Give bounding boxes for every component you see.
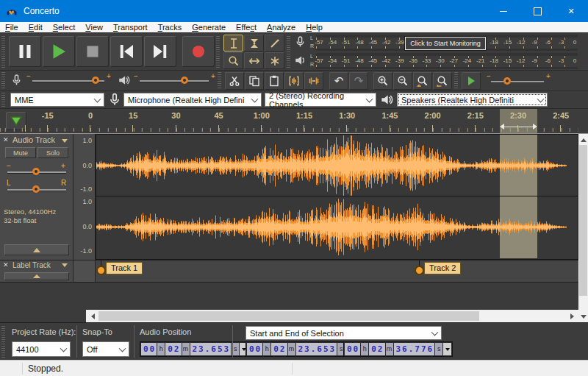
stop-button[interactable] [76, 36, 109, 67]
ruler-label: -15 [42, 111, 54, 120]
undo-icon: ↶ [334, 76, 344, 87]
multi-tool-button[interactable] [265, 52, 284, 69]
waveform-channel-left[interactable] [96, 135, 578, 196]
zoom-fit-button[interactable] [433, 72, 452, 90]
time-shift-tool-button[interactable] [244, 52, 264, 69]
mute-button[interactable]: Mute [5, 147, 36, 158]
snap-to-select[interactable]: Off [82, 341, 129, 357]
ruler-label: 15 [129, 111, 137, 120]
playback-device-select[interactable]: Speakers (Realtek High Definiti [397, 93, 548, 107]
scroll-right-arrow[interactable] [567, 310, 577, 322]
horizontal-scrollbar[interactable] [86, 310, 578, 322]
title-bar[interactable]: Concerto ✕ [0, 0, 588, 22]
play-speed-toolbar-grip[interactable] [454, 72, 458, 88]
transport-toolbar-grip[interactable] [1, 35, 5, 68]
play-at-speed-button[interactable] [462, 72, 481, 90]
zoom-in-button[interactable] [373, 72, 392, 90]
play-speed-slider[interactable] [491, 81, 544, 82]
trim-audio-button[interactable] [284, 72, 304, 90]
audio-track-menu-icon[interactable] [62, 139, 68, 143]
menu-view[interactable]: View [80, 22, 108, 33]
ruler-label: 2:30 [510, 111, 526, 120]
playback-meter[interactable]: LR-57-54-51-48-45-42-39-36-33-30-27-24-2… [291, 52, 579, 70]
audio-track-title[interactable]: Audio Track [12, 135, 55, 144]
vertical-scrollbar[interactable] [578, 134, 588, 322]
vertical-scale-ruler[interactable]: 1.00.0-1.01.00.0-1.0 [74, 134, 96, 260]
meter-scale-value: -3 [559, 39, 564, 46]
scroll-down-arrow[interactable] [578, 312, 588, 321]
time-digits[interactable]: 23.653 [296, 343, 337, 355]
draw-tool-button[interactable] [265, 35, 284, 52]
selection-start-field[interactable]: 00h02m23.653s [245, 341, 355, 357]
device-toolbar-grip[interactable] [1, 92, 5, 107]
waveform-channel-right[interactable] [96, 196, 578, 258]
play-speed-thumb[interactable] [503, 77, 511, 85]
time-digits[interactable]: 02 [165, 343, 181, 355]
selection-mode-select[interactable]: Start and End of Selection [245, 326, 442, 340]
selection-toolbar-grip[interactable] [1, 325, 5, 358]
time-digits[interactable]: 00 [141, 343, 157, 355]
solo-button[interactable]: Solo [37, 147, 68, 158]
time-digits[interactable]: 36.776 [394, 343, 435, 355]
mixer-toolbar-grip[interactable] [1, 72, 5, 88]
copy-button[interactable] [245, 72, 264, 90]
cut-button[interactable] [225, 72, 244, 90]
project-rate-select[interactable]: 44100 [12, 341, 71, 357]
gain-slider-thumb[interactable] [32, 168, 40, 175]
label-text-box[interactable]: Track 1 [106, 262, 143, 274]
time-digits[interactable]: 02 [369, 343, 384, 355]
paste-button[interactable] [265, 72, 284, 90]
time-digits[interactable]: 02 [271, 343, 287, 355]
audio-host-select[interactable]: MME [10, 93, 104, 107]
menu-generate[interactable]: Generate [187, 22, 231, 33]
horizontal-scrollbar-thumb[interactable] [98, 311, 479, 321]
silence-audio-button[interactable] [304, 72, 323, 90]
zoom-tool-button[interactable] [223, 52, 243, 69]
skip-start-button[interactable] [110, 36, 143, 67]
zoom-selection-button[interactable] [413, 72, 432, 90]
meter-scale-value: -15 [503, 39, 512, 46]
time-digits[interactable]: 23.653 [190, 343, 232, 355]
menu-file[interactable]: File [0, 22, 24, 33]
menu-select[interactable]: Select [48, 22, 81, 33]
pause-button[interactable] [9, 36, 41, 67]
vertical-scrollbar-thumb[interactable] [579, 145, 587, 296]
tools-toolbar-grip[interactable] [216, 35, 220, 68]
record-button[interactable] [182, 36, 215, 67]
play-button[interactable] [43, 36, 75, 67]
envelope-tool-button[interactable] [244, 35, 264, 52]
menu-analyze[interactable]: Analyze [262, 22, 301, 33]
label-text-box[interactable]: Track 2 [424, 262, 461, 274]
scroll-left-arrow[interactable] [87, 310, 98, 322]
label-flag-icon[interactable] [96, 266, 106, 275]
skip-end-button[interactable] [144, 36, 176, 67]
time-field-spinner[interactable] [443, 343, 451, 355]
redo-button[interactable]: ↷ [349, 72, 368, 90]
meter-scale-value: -18 [490, 39, 498, 46]
audio-track-collapse-button[interactable] [4, 244, 69, 255]
close-button[interactable]: ✕ [554, 0, 588, 22]
time-digits[interactable]: 00 [345, 343, 360, 355]
playback-volume-slider[interactable] [140, 80, 209, 82]
menu-effect[interactable]: Effect [231, 22, 262, 33]
meter-toolbar-grip[interactable] [287, 35, 290, 68]
selection-tool-button[interactable] [223, 35, 243, 52]
label-flag-icon[interactable] [415, 266, 424, 275]
audio-track-close-icon[interactable]: ✕ [3, 136, 9, 143]
menu-tracks[interactable]: Tracks [153, 22, 187, 33]
menu-edit[interactable]: Edit [24, 22, 48, 33]
maximize-button[interactable] [520, 0, 554, 22]
undo-button[interactable]: ↶ [329, 72, 348, 90]
recording-device-select[interactable]: Microphone (Realtek High Defini [123, 93, 262, 107]
edit-toolbar-grip[interactable] [218, 72, 221, 88]
time-digits[interactable]: 00 [247, 343, 262, 355]
scroll-up-arrow[interactable] [578, 135, 588, 144]
menu-transport[interactable]: Transport [108, 22, 153, 33]
pan-slider-thumb[interactable] [32, 185, 40, 193]
recording-channels-select[interactable]: 2 (Stereo) Recording Channels [265, 93, 376, 107]
time-unit: h [263, 343, 270, 355]
selection-end-field[interactable]: 00h02m36.776s [343, 341, 453, 357]
minimize-button[interactable] [487, 0, 520, 22]
zoom-out-button[interactable] [393, 72, 412, 90]
menu-help[interactable]: Help [301, 22, 328, 33]
